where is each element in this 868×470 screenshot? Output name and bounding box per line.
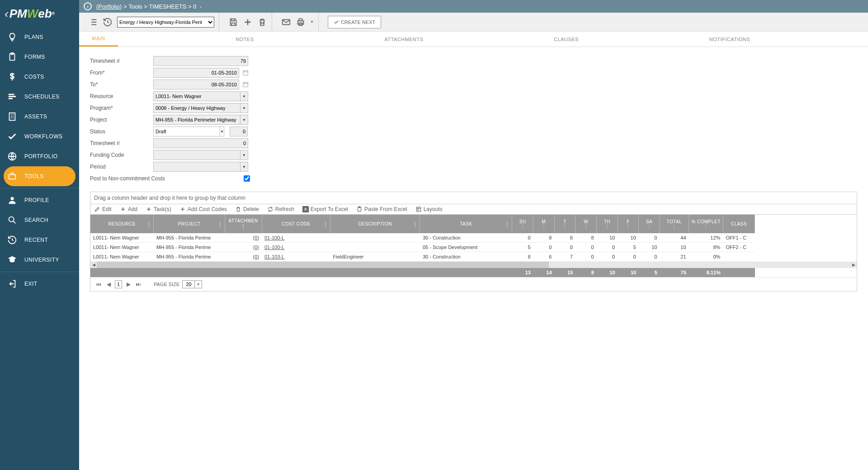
sidebar-item-costs[interactable]: COSTS (0, 67, 79, 87)
table-row[interactable]: L0011- Nem WagnerMH-955 - Florida Perime… (90, 243, 755, 252)
column-menu-icon[interactable]: ⋮ (626, 224, 631, 229)
sidebar-item-portfolio[interactable]: PORTFOLIO (0, 146, 79, 166)
grid-addcost-button[interactable]: Add Cost Codes (179, 206, 227, 212)
resource-dropdown[interactable]: ▼ (153, 91, 248, 101)
col-attach[interactable]: ATTACHMEN⋮ (225, 215, 262, 233)
cell-attach[interactable]: (0) (225, 243, 262, 252)
grid-delete-button[interactable]: Delete (235, 206, 259, 212)
tab-attachments[interactable]: ATTACHMENTS (372, 32, 436, 47)
status-num-field[interactable] (230, 127, 248, 136)
cell-attach[interactable]: (0) (225, 252, 262, 262)
breadcrumb-portfolio[interactable]: (Portfolio) (96, 3, 122, 10)
chevron-down-icon[interactable]: ▼ (195, 280, 202, 288)
column-menu-icon[interactable]: ⋮ (505, 221, 510, 227)
create-next-button[interactable]: CREATE NEXT (328, 16, 381, 28)
print-icon[interactable] (296, 17, 306, 27)
history-icon[interactable] (103, 17, 113, 27)
table-row[interactable]: L0011- Nem WagnerMH-955 - Florida Perime… (90, 233, 755, 243)
grid-add-button[interactable]: Add (120, 206, 137, 212)
save-icon[interactable] (228, 17, 238, 27)
chevron-down-icon[interactable]: ▼ (240, 103, 248, 113)
sidebar-item-assets[interactable]: ASSETS (0, 107, 79, 127)
to-field[interactable] (153, 80, 239, 89)
col-th[interactable]: TH⋮ (597, 215, 618, 233)
grid-paste-button[interactable]: Paste From Excel (356, 206, 407, 212)
sidebar-item-university[interactable]: UNIVERSITY (0, 250, 79, 270)
sidebar-item-plans[interactable]: PLANS (0, 27, 79, 47)
cell-costcode[interactable]: 01-103-L (262, 252, 330, 262)
column-menu-icon[interactable]: ⋮ (605, 224, 610, 229)
calendar-icon[interactable] (242, 69, 249, 76)
timesheet-num-field[interactable] (153, 56, 248, 66)
sidebar-item-search[interactable]: SEARCH (0, 210, 79, 230)
col-project[interactable]: PROJECT⋮ (154, 215, 225, 233)
calendar-icon[interactable] (242, 81, 249, 88)
column-menu-icon[interactable]: ⋮ (562, 224, 567, 229)
sidebar-item-forms[interactable]: FORMS (0, 47, 79, 67)
grid-tasks-button[interactable]: Task(s) (146, 206, 171, 212)
pager-next-button[interactable]: ▶ (125, 281, 132, 288)
chevron-down-icon[interactable]: ▼ (240, 162, 248, 172)
grid-group-hint[interactable]: Drag a column header and drop it here to… (90, 192, 857, 204)
column-menu-icon[interactable]: ⋮ (584, 224, 589, 229)
col-w[interactable]: W⋮ (576, 215, 597, 233)
sidebar-item-workflows[interactable]: WORKFLOWS (0, 127, 79, 146)
column-menu-icon[interactable]: ⋮ (146, 221, 152, 227)
scroll-thumb[interactable] (97, 262, 549, 268)
pager-size-dropdown[interactable]: ▼ (182, 280, 202, 288)
scroll-right-icon[interactable]: ▶ (850, 262, 857, 268)
funding-dropdown[interactable]: ▼ (153, 150, 248, 160)
info-icon[interactable]: i (84, 2, 92, 10)
cell-costcode[interactable]: 01-100-L (262, 233, 330, 243)
post-checkbox[interactable] (244, 175, 250, 182)
cell-attach[interactable]: (0) (225, 233, 262, 243)
sidebar-item-profile[interactable]: PROFILE (0, 190, 79, 210)
project-selector[interactable]: Energy / Heavy Highway-Florida Perir (117, 17, 214, 28)
mail-icon[interactable] (281, 17, 291, 27)
add-icon[interactable] (243, 17, 253, 27)
col-class[interactable]: CLASS (723, 215, 755, 233)
program-dropdown[interactable]: ▼ (153, 103, 248, 113)
status-dropdown[interactable]: ▼ (153, 127, 223, 136)
project-dropdown[interactable]: ▼ (153, 115, 248, 125)
pager-last-button[interactable]: ⏭ (135, 281, 142, 288)
tab-clauses[interactable]: CLAUSES (541, 32, 591, 47)
from-field[interactable] (153, 68, 239, 78)
col-su[interactable]: SU⋮ (512, 215, 533, 233)
tab-notifications[interactable]: NOTIFICATIONS (697, 32, 763, 47)
chevron-down-icon[interactable]: ▼ (220, 127, 224, 136)
timesheet-num2-field[interactable] (153, 138, 248, 148)
col-task[interactable]: TASK⋮ (420, 215, 512, 233)
list-icon[interactable] (88, 17, 98, 27)
tab-notes[interactable]: NOTES (223, 32, 266, 47)
column-menu-icon[interactable]: ⋮ (241, 223, 246, 230)
column-menu-icon[interactable]: ⋮ (323, 221, 329, 227)
delete-icon[interactable] (257, 17, 267, 27)
column-menu-icon[interactable]: ⋮ (412, 221, 418, 227)
cell-costcode[interactable]: 01-100-L (262, 243, 330, 252)
pager-first-button[interactable]: ⏮ (95, 281, 102, 288)
col-f[interactable]: F⋮ (618, 215, 639, 233)
chevron-down-icon[interactable]: ▼ (240, 91, 248, 101)
col-total[interactable]: TOTAL⋮ (660, 215, 689, 233)
column-menu-icon[interactable]: ⋮ (520, 224, 525, 229)
sidebar-item-recent[interactable]: RECENT (0, 230, 79, 250)
col-desc[interactable]: DESCRIPTION⋮ (330, 215, 420, 233)
col-pct[interactable]: % COMPLET⋮ (689, 215, 723, 233)
grid-layouts-button[interactable]: Layouts (415, 206, 443, 212)
chevron-down-icon[interactable]: ▼ (240, 115, 248, 125)
col-resource[interactable]: RESOURCE⋮ (90, 215, 154, 233)
column-menu-icon[interactable]: ⋮ (217, 221, 223, 227)
column-menu-icon[interactable]: ⋮ (703, 224, 708, 229)
col-t[interactable]: T⋮ (554, 215, 576, 233)
table-row[interactable]: L0011- Nem WagnerMH-955 - Florida Perime… (90, 252, 755, 262)
column-menu-icon[interactable]: ⋮ (672, 224, 677, 229)
grid-export-button[interactable]: XExport To Excel (302, 206, 348, 212)
tab-main[interactable]: MAIN (79, 32, 118, 47)
period-dropdown[interactable]: ▼ (153, 162, 248, 172)
sidebar-item-exit[interactable]: EXIT (0, 274, 79, 294)
col-costcode[interactable]: COST CODE⋮ (262, 215, 330, 233)
dropdown-arrow-icon[interactable]: ▼ (310, 20, 314, 24)
sidebar-item-schedules[interactable]: SCHEDULES (0, 87, 79, 107)
scroll-left-icon[interactable]: ◀ (90, 262, 97, 268)
